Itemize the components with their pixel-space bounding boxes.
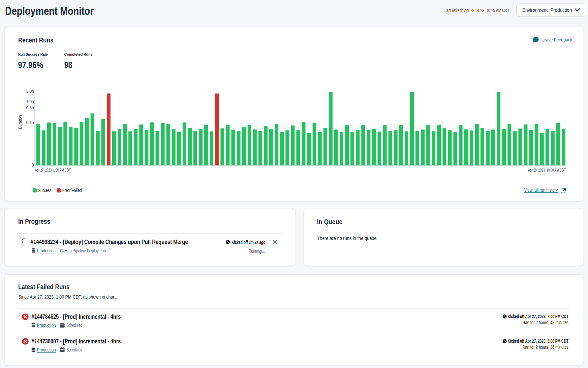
svg-text:0: 0 xyxy=(32,163,34,167)
svg-text:0.1h: 0.1h xyxy=(26,120,34,125)
svg-text:Recent Runs: Recent Runs xyxy=(18,36,54,44)
svg-text:0.5h: 0.5h xyxy=(26,105,34,110)
svg-text:Completed Runs: Completed Runs xyxy=(64,52,92,56)
svg-text:Apr 28, 2023, 10:00 AM CDT: Apr 28, 2023, 10:00 AM CDT xyxy=(528,168,566,173)
svg-text:Ran for 2 hours, 36 minutes: Ran for 2 hours, 36 minutes xyxy=(522,344,568,350)
svg-text:Production: Production xyxy=(37,347,56,352)
svg-text:1.0h: 1.0h xyxy=(26,99,34,104)
svg-text:View full run history: View full run history xyxy=(524,187,558,193)
svg-text:Success: Success xyxy=(38,188,52,193)
svg-text:Error/Failed: Error/Failed xyxy=(62,188,82,193)
svg-text:In Queue: In Queue xyxy=(317,218,343,225)
svg-text:Deployment Monitor: Deployment Monitor xyxy=(5,4,94,17)
svg-text:#144998234 - [Deploy] Compile: #144998234 - [Deploy] Compile Changes up… xyxy=(31,239,188,245)
svg-text:In Progress: In Progress xyxy=(18,217,50,225)
svg-text:Environment: Environment xyxy=(522,7,548,13)
svg-text:Leave Feedback: Leave Feedback xyxy=(541,37,572,42)
svg-text:Apr 27, 2023, 1:00 PM CDT: Apr 27, 2023, 1:00 PM CDT xyxy=(35,168,71,173)
svg-text:There are no runs in the queue: There are no runs in the queue. xyxy=(317,235,378,241)
svg-text:Kicked off Apr 27, 2023, 3:00: Kicked off Apr 27, 2023, 3:00 PM CDT xyxy=(508,338,569,344)
svg-text:Last refresh Apr 28, 2023, 10:: Last refresh Apr 28, 2023, 10:15 AM CDT xyxy=(444,8,509,13)
svg-text:Scheduled: Scheduled xyxy=(66,323,82,328)
svg-text:Production: Production xyxy=(37,248,56,253)
svg-text:Since Apr 27, 2023, 1:00 PM CD: Since Apr 27, 2023, 1:00 PM CDT, as show… xyxy=(18,294,117,300)
svg-text:#144730007 - [Prod] Incrementa: #144730007 - [Prod] Incremental - 4hrs xyxy=(32,338,121,345)
svg-text:#144784525 - [Prod] Incrementa: #144784525 - [Prod] Incremental - 4hrs xyxy=(32,313,121,320)
svg-text:Kicked off 3m 2s ago: Kicked off 3m 2s ago xyxy=(231,240,266,245)
svg-text:98: 98 xyxy=(64,60,72,70)
svg-text:Run Success Rate: Run Success Rate xyxy=(18,52,48,56)
svg-text:Scheduled: Scheduled xyxy=(66,347,82,352)
svg-text:Production: Production xyxy=(37,323,56,328)
svg-text:Kicked off Apr 27, 2023, 7:00: Kicked off Apr 27, 2023, 7:00 PM CDT xyxy=(508,314,569,319)
svg-text:Production: Production xyxy=(550,7,572,13)
svg-text:Ran for 2 hours, 43 minutes: Ran for 2 hours, 43 minutes xyxy=(522,320,568,325)
svg-text:Duration: Duration xyxy=(18,115,23,129)
svg-text:97.96%: 97.96% xyxy=(18,60,43,70)
svg-text:3.0h: 3.0h xyxy=(26,89,34,94)
svg-text:GitHub Pipeline Deploy Job: GitHub Pipeline Deploy Job xyxy=(60,248,106,253)
svg-text:Running…: Running… xyxy=(249,248,266,254)
svg-text:Latest Failed Runs: Latest Failed Runs xyxy=(18,283,70,290)
